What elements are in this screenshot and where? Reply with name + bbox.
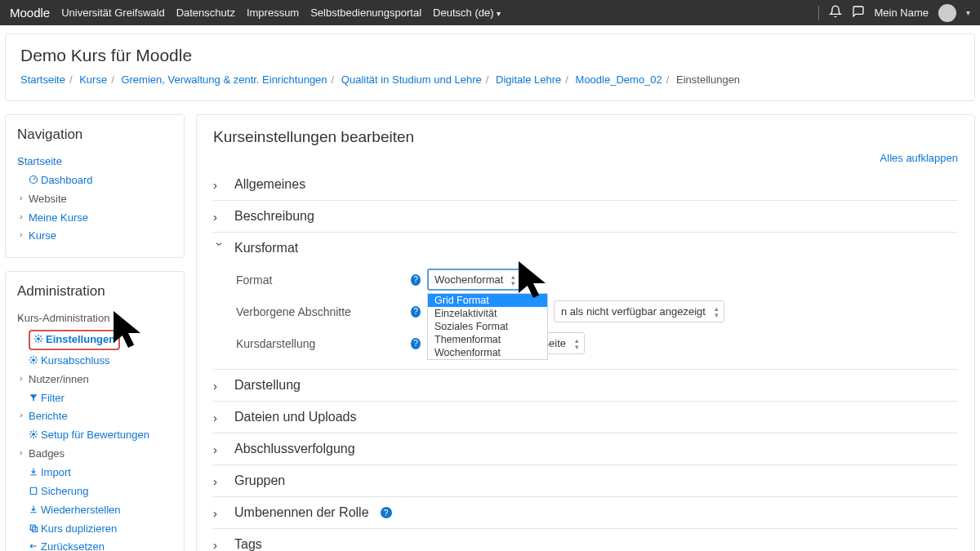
admin-item-badges[interactable]: Badges <box>17 445 172 464</box>
backup-icon <box>29 485 38 495</box>
updown-icon: ▴▾ <box>575 337 579 350</box>
chat-icon[interactable] <box>852 5 865 20</box>
svg-point-3 <box>32 433 35 436</box>
topbar-link[interactable]: Universität Greifswald <box>61 7 164 19</box>
section-umbenennen[interactable]: › Umbenennen der Rolle ? <box>213 505 958 520</box>
topbar-link[interactable]: Impressum <box>247 7 299 19</box>
topbar-links: Universität Greifswald Datenschutz Impre… <box>61 7 817 19</box>
verborgene-label: Verborgene Abschnitte <box>236 305 408 318</box>
nav-item-website[interactable]: Website <box>17 190 172 209</box>
brand-logo[interactable]: Moodle <box>10 6 50 20</box>
topbar-link[interactable]: Datenschutz <box>176 7 235 19</box>
dashboard-icon <box>29 174 38 184</box>
topbar-link[interactable]: Selbstbedienungsportal <box>310 7 421 19</box>
gear-icon <box>29 429 38 438</box>
updown-icon: ▴▾ <box>511 273 515 287</box>
chevron-right-icon: › <box>213 442 226 456</box>
admin-item-zuruecksetzen[interactable]: Zurücksetzen <box>17 538 172 551</box>
chevron-right-icon: › <box>213 474 226 488</box>
avatar[interactable] <box>938 4 956 22</box>
nav-item-meine-kurse[interactable]: Meine Kurse <box>17 209 172 228</box>
format-option[interactable]: Soziales Format <box>428 320 547 333</box>
breadcrumb-link[interactable]: Startseite <box>20 73 65 86</box>
nav-block-title: Navigation <box>17 127 172 143</box>
chevron-down-icon[interactable]: ▾ <box>966 8 970 17</box>
main-content: Kurseinstellungen bearbeiten Alles aufkl… <box>196 114 975 551</box>
kursdarstellung-label: Kursdarstellung <box>236 337 408 350</box>
username-label[interactable]: Mein Name <box>875 7 929 19</box>
bell-icon[interactable] <box>829 5 842 20</box>
admin-item-import[interactable]: Import <box>17 464 172 482</box>
format-option[interactable]: Wochenformat <box>428 346 547 359</box>
breadcrumb-link[interactable]: Digitale Lehre <box>496 73 561 86</box>
breadcrumb-link[interactable]: Moodle_Demo_02 <box>576 73 662 86</box>
copy-icon <box>29 522 38 532</box>
help-icon[interactable]: ? <box>411 274 421 286</box>
format-option[interactable]: Einzelaktivität <box>428 307 547 320</box>
admin-item-nutzer[interactable]: Nutzer/innen <box>17 371 172 389</box>
help-icon[interactable]: ? <box>381 507 392 518</box>
svg-rect-4 <box>30 487 37 494</box>
main-heading: Kurseinstellungen bearbeiten <box>213 128 958 146</box>
gear-icon <box>29 354 38 364</box>
svg-point-2 <box>32 358 35 362</box>
admin-item-wiederherstellen[interactable]: Wiederherstellen <box>17 501 172 520</box>
updown-icon: ▴▾ <box>715 305 719 318</box>
chevron-right-icon: › <box>213 506 226 520</box>
format-option[interactable]: Themenformat <box>428 333 547 346</box>
language-dropdown[interactable]: Deutsch (de) ▾ <box>433 7 501 19</box>
gear-icon <box>33 333 43 343</box>
format-select[interactable]: Wochenformat ▴▾ <box>427 269 522 291</box>
section-beschreibung[interactable]: › Beschreibung <box>213 209 958 224</box>
filter-icon <box>29 392 38 402</box>
svg-rect-6 <box>33 527 38 531</box>
section-dateien[interactable]: › Dateien und Uploads <box>213 410 958 424</box>
admin-item-berichte[interactable]: Berichte <box>17 407 172 426</box>
admin-block-title: Administration <box>17 283 172 300</box>
breadcrumb-current: Einstellungen <box>676 73 740 86</box>
breadcrumb-link[interactable]: Kurse <box>79 73 107 86</box>
verborgene-select[interactable]: n als nicht verfügbar angezeigt ▴▾ <box>554 300 724 322</box>
breadcrumb: Startseite/ Kurse/ Gremien, Verwaltung &… <box>20 73 960 86</box>
format-option[interactable]: Grid Format <box>428 294 547 307</box>
admin-item-duplizieren[interactable]: Kurs duplizieren <box>17 520 172 539</box>
admin-item-kursabschluss[interactable]: Kursabschluss <box>17 352 172 371</box>
restore-icon <box>29 504 38 513</box>
section-gruppen[interactable]: › Gruppen <box>213 473 958 488</box>
nav-item-dashboard[interactable]: Dashboard <box>17 171 172 190</box>
svg-rect-5 <box>30 525 35 530</box>
section-tags[interactable]: › Tags <box>213 537 958 551</box>
breadcrumb-link[interactable]: Qualität in Studium und Lehre <box>341 73 482 86</box>
section-darstellung[interactable]: › Darstellung <box>213 378 958 393</box>
chevron-down-icon: ▾ <box>497 9 501 18</box>
admin-item-setup-bewertungen[interactable]: Setup für Bewertungen <box>17 426 172 445</box>
topbar: Moodle Universität Greifswald Datenschut… <box>0 0 980 25</box>
section-abschluss[interactable]: › Abschlussverfolgung <box>213 442 958 456</box>
admin-item-filter[interactable]: Filter <box>17 389 172 408</box>
chevron-right-icon: › <box>213 178 226 192</box>
help-icon[interactable]: ? <box>411 306 421 318</box>
page-title: Demo Kurs für Moodle <box>20 46 960 65</box>
chevron-right-icon: › <box>213 379 226 393</box>
divider <box>818 6 819 20</box>
admin-block: Administration Kurs-Administration Einst… <box>5 271 185 551</box>
admin-root[interactable]: Kurs-Administration <box>17 309 172 328</box>
format-label: Format <box>236 273 408 287</box>
admin-item-sicherung[interactable]: Sicherung <box>17 482 172 501</box>
page-header: Demo Kurs für Moodle Startseite/ Kurse/ … <box>5 33 975 101</box>
svg-point-1 <box>37 337 40 340</box>
nav-item-kurse[interactable]: Kurse <box>17 227 172 246</box>
chevron-right-icon: › <box>213 210 226 224</box>
section-kursformat[interactable]: › Kursformat <box>213 241 958 256</box>
format-dropdown: Grid Format Einzelaktivität Soziales For… <box>427 293 548 360</box>
chevron-down-icon: › <box>213 242 227 255</box>
nav-item-startseite[interactable]: Startseite <box>17 153 172 171</box>
admin-item-einstellungen[interactable]: Einstellungen <box>17 328 172 352</box>
section-allgemeines[interactable]: › Allgemeines <box>213 177 958 192</box>
breadcrumb-link[interactable]: Gremien, Verwaltung & zentr. Einrichtung… <box>121 73 327 86</box>
help-icon[interactable]: ? <box>411 338 421 349</box>
chevron-right-icon: › <box>213 411 226 424</box>
nav-block: Navigation Startseite Dashboard Website … <box>5 114 185 258</box>
expand-all-link[interactable]: Alles aufklappen <box>880 152 958 164</box>
chevron-right-icon: › <box>213 538 226 552</box>
